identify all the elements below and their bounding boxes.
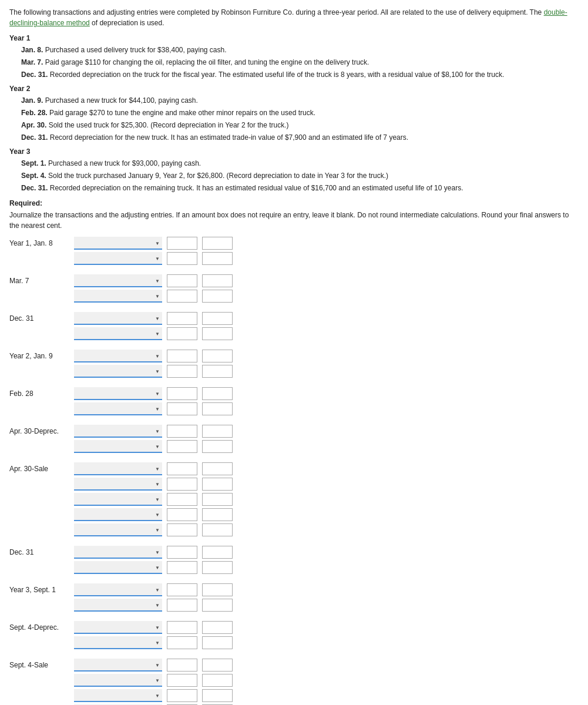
account-select[interactable] bbox=[74, 599, 162, 612]
account-select[interactable] bbox=[74, 402, 162, 415]
entry-row bbox=[9, 674, 579, 687]
debit-input[interactable] bbox=[167, 312, 197, 325]
account-select[interactable] bbox=[74, 636, 162, 649]
debit-input[interactable] bbox=[167, 252, 197, 265]
credit-input[interactable] bbox=[202, 493, 233, 506]
account-select[interactable] bbox=[74, 290, 162, 303]
credit-input[interactable] bbox=[202, 290, 233, 303]
entry-row: Apr. 30-Deprec. bbox=[9, 425, 579, 438]
credit-input[interactable] bbox=[202, 274, 233, 287]
transaction-line: Apr. 30. Sold the used truck for $25,300… bbox=[21, 120, 579, 130]
entry-row: Apr. 30-Sale bbox=[9, 462, 579, 475]
credit-input[interactable] bbox=[202, 312, 233, 325]
credit-input[interactable] bbox=[202, 689, 233, 702]
account-select-wrapper bbox=[74, 462, 162, 475]
entry-row: Sept. 4-Sale bbox=[9, 659, 579, 672]
credit-input[interactable] bbox=[202, 327, 233, 340]
credit-input[interactable] bbox=[202, 252, 233, 265]
debit-input[interactable] bbox=[167, 274, 197, 287]
credit-input[interactable] bbox=[202, 440, 233, 453]
debit-input[interactable] bbox=[167, 689, 197, 702]
account-select[interactable] bbox=[74, 561, 162, 574]
debit-input[interactable] bbox=[167, 290, 197, 303]
year-section: Year 1Jan. 8. Purchased a used delivery … bbox=[9, 34, 579, 80]
account-select[interactable] bbox=[74, 583, 162, 596]
account-select[interactable] bbox=[74, 365, 162, 378]
entry-date-label: Apr. 30-Deprec. bbox=[9, 427, 74, 435]
debit-input[interactable] bbox=[167, 523, 197, 536]
account-select[interactable] bbox=[74, 462, 162, 475]
debit-input[interactable] bbox=[167, 599, 197, 612]
debit-input[interactable] bbox=[167, 546, 197, 559]
debit-input[interactable] bbox=[167, 659, 197, 672]
account-select-wrapper bbox=[74, 425, 162, 438]
debit-input[interactable] bbox=[167, 478, 197, 491]
entry-row bbox=[9, 523, 579, 536]
journal-section: Year 1, Jan. 8Mar. 7Dec. 31Year 2, Jan. … bbox=[9, 237, 579, 705]
credit-input[interactable] bbox=[202, 546, 233, 559]
account-select[interactable] bbox=[74, 440, 162, 453]
debit-input[interactable] bbox=[167, 327, 197, 340]
debit-input[interactable] bbox=[167, 493, 197, 506]
account-select[interactable] bbox=[74, 523, 162, 536]
account-select[interactable] bbox=[74, 350, 162, 362]
account-select[interactable] bbox=[74, 252, 162, 265]
account-select[interactable] bbox=[74, 508, 162, 521]
debit-input[interactable] bbox=[167, 402, 197, 415]
transaction-line: Jan. 8. Purchased a used delivery truck … bbox=[21, 45, 579, 55]
account-select[interactable] bbox=[74, 312, 162, 325]
credit-input[interactable] bbox=[202, 425, 233, 438]
account-select[interactable] bbox=[74, 237, 162, 250]
debit-input[interactable] bbox=[167, 462, 197, 475]
entry-row bbox=[9, 636, 579, 649]
debit-input[interactable] bbox=[167, 508, 197, 521]
credit-input[interactable] bbox=[202, 508, 233, 521]
credit-input[interactable] bbox=[202, 478, 233, 491]
credit-input[interactable] bbox=[202, 402, 233, 415]
debit-input[interactable] bbox=[167, 237, 197, 250]
debit-input[interactable] bbox=[167, 440, 197, 453]
credit-input[interactable] bbox=[202, 621, 233, 634]
credit-input[interactable] bbox=[202, 674, 233, 687]
credit-input[interactable] bbox=[202, 599, 233, 612]
entry-row bbox=[9, 689, 579, 702]
account-select[interactable] bbox=[74, 546, 162, 559]
account-select[interactable] bbox=[74, 689, 162, 702]
account-select[interactable] bbox=[74, 274, 162, 287]
account-select-wrapper bbox=[74, 621, 162, 634]
intro-text2: of depreciation is used. bbox=[90, 19, 164, 27]
account-select[interactable] bbox=[74, 327, 162, 340]
debit-input[interactable] bbox=[167, 387, 197, 400]
debit-input[interactable] bbox=[167, 350, 197, 362]
account-select[interactable] bbox=[74, 659, 162, 672]
entry-date-label: Dec. 31 bbox=[9, 548, 74, 556]
credit-input[interactable] bbox=[202, 237, 233, 250]
account-select[interactable] bbox=[74, 387, 162, 400]
debit-input[interactable] bbox=[167, 636, 197, 649]
debit-input[interactable] bbox=[167, 621, 197, 634]
credit-input[interactable] bbox=[202, 636, 233, 649]
required-label: Required: bbox=[9, 199, 579, 207]
account-select[interactable] bbox=[74, 621, 162, 634]
credit-input[interactable] bbox=[202, 350, 233, 362]
credit-input[interactable] bbox=[202, 365, 233, 378]
account-select-wrapper bbox=[74, 312, 162, 325]
debit-input[interactable] bbox=[167, 425, 197, 438]
account-select[interactable] bbox=[74, 478, 162, 491]
credit-input[interactable] bbox=[202, 523, 233, 536]
account-select-wrapper bbox=[74, 274, 162, 287]
debit-input[interactable] bbox=[167, 583, 197, 596]
credit-input[interactable] bbox=[202, 561, 233, 574]
credit-input[interactable] bbox=[202, 387, 233, 400]
account-select-wrapper bbox=[74, 387, 162, 400]
account-select[interactable] bbox=[74, 674, 162, 687]
credit-input[interactable] bbox=[202, 659, 233, 672]
account-select[interactable] bbox=[74, 493, 162, 506]
credit-input[interactable] bbox=[202, 462, 233, 475]
debit-input[interactable] bbox=[167, 561, 197, 574]
debit-input[interactable] bbox=[167, 365, 197, 378]
debit-input[interactable] bbox=[167, 674, 197, 687]
entry-row bbox=[9, 599, 579, 612]
account-select[interactable] bbox=[74, 425, 162, 438]
credit-input[interactable] bbox=[202, 583, 233, 596]
